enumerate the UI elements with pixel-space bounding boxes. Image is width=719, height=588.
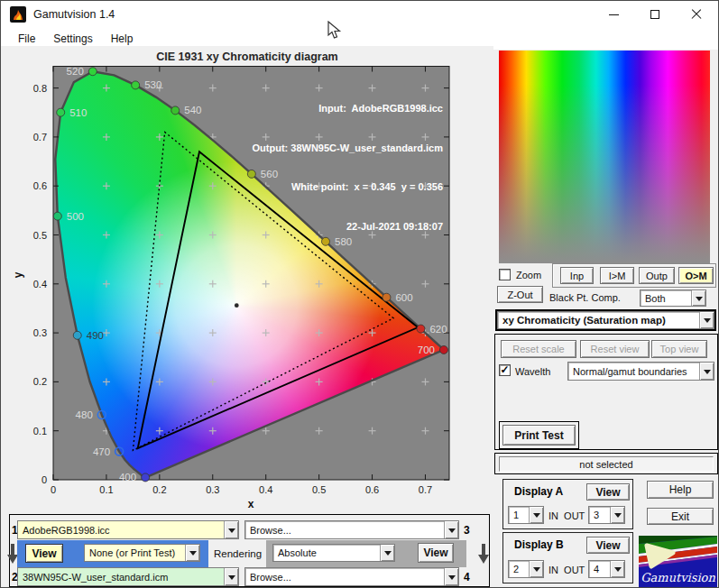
reset-view-button[interactable]: Reset view xyxy=(580,340,650,358)
minimize-button[interactable] xyxy=(593,1,634,28)
svg-text:0.7: 0.7 xyxy=(419,484,432,495)
display-b-inout-label: IN OUT xyxy=(548,565,585,575)
display-a-view-button[interactable]: View xyxy=(586,483,630,501)
svg-text:0.3: 0.3 xyxy=(33,327,47,338)
svg-text:0.6: 0.6 xyxy=(365,484,379,495)
annotation-input: Input: AdobeRGB1998.icc xyxy=(253,102,443,115)
map-select-frame: xy Chromaticity (Saturation map) xyxy=(495,309,716,331)
dropdown-arrow-icon[interactable] xyxy=(610,507,624,523)
wavelength-label-530: 530 xyxy=(144,79,161,90)
menu-file[interactable]: File xyxy=(9,30,44,48)
i-to-m-button[interactable]: I>M xyxy=(600,267,634,284)
svg-text:0.1: 0.1 xyxy=(99,484,113,495)
svg-text:0.2: 0.2 xyxy=(152,484,166,495)
input-view-button[interactable]: View xyxy=(25,544,63,563)
dropdown-arrow-icon[interactable] xyxy=(691,290,705,306)
wavelength-dot-510 xyxy=(57,108,65,116)
titlebar[interactable]: Gamutvision 1.4 xyxy=(1,1,718,28)
browse-input-select[interactable]: Browse... xyxy=(244,520,459,539)
dropdown-arrow-icon[interactable] xyxy=(224,521,238,538)
outp-button[interactable]: Outp xyxy=(639,267,675,284)
annotation-date: 22-Jul-2021 09:18:07 xyxy=(253,220,443,234)
wavelength-label-400: 400 xyxy=(119,472,136,482)
status-text: not selected xyxy=(579,459,632,470)
menu-settings[interactable]: Settings xyxy=(44,30,101,48)
mouse-cursor xyxy=(327,21,342,41)
input-profile-select[interactable]: AdobeRGB1998.icc xyxy=(17,520,239,539)
z-out-button[interactable]: Z-Out xyxy=(497,286,543,303)
svg-text:0: 0 xyxy=(41,474,47,485)
zoom-checkbox-label: Zoom xyxy=(516,270,541,280)
output-view-button[interactable]: View xyxy=(418,543,454,563)
chromaticity-figure: CIE 1931 xy Chromaticity diagram 00.10.2… xyxy=(1,46,493,510)
dropdown-arrow-icon[interactable] xyxy=(444,521,458,538)
slot4-number: 4 xyxy=(464,571,470,583)
dropdown-arrow-icon[interactable] xyxy=(699,363,714,380)
wavelength-label-480: 480 xyxy=(76,409,93,420)
app-window: Gamutvision 1.4 File Settings Help CIE 1… xyxy=(0,0,719,588)
dropdown-arrow-icon[interactable] xyxy=(610,561,624,577)
minimize-icon xyxy=(609,14,619,15)
print-test-button[interactable]: Print Test xyxy=(502,425,576,446)
display-b-out-select[interactable]: 4 xyxy=(588,560,625,578)
display-a-out-select[interactable]: 3 xyxy=(588,506,625,524)
close-button[interactable] xyxy=(676,1,717,28)
zoom-checkbox[interactable] xyxy=(499,269,511,280)
rendering-intent-select[interactable]: Absolute xyxy=(272,544,395,562)
saturation-map-image xyxy=(499,51,710,263)
dropdown-arrow-icon[interactable] xyxy=(185,545,199,561)
o-to-m-button[interactable]: O>M xyxy=(678,267,714,284)
browse-output-select[interactable]: Browse... xyxy=(244,567,459,586)
svg-text:0.8: 0.8 xyxy=(33,83,47,94)
printer-profile-select[interactable]: None (or Print Test) xyxy=(84,544,200,562)
inp-button[interactable]: Inp xyxy=(560,267,594,284)
wavelength-dot-530 xyxy=(132,81,140,89)
wavelength-label-700: 700 xyxy=(418,345,435,355)
reset-scale-button[interactable]: Reset scale xyxy=(501,340,576,358)
wavelength-label-520: 520 xyxy=(67,66,84,77)
down-arrow-icon xyxy=(477,542,490,565)
app-icon xyxy=(10,6,26,23)
dropdown-arrow-icon[interactable] xyxy=(529,507,543,523)
help-button[interactable]: Help xyxy=(647,481,714,499)
dropdown-arrow-icon[interactable] xyxy=(529,561,543,577)
svg-text:0: 0 xyxy=(51,484,56,495)
close-icon xyxy=(691,9,702,20)
menu-help[interactable]: Help xyxy=(102,30,143,48)
display-b-group: Display B View 2 IN OUT 4 xyxy=(502,532,633,583)
maximize-icon xyxy=(650,10,659,19)
svg-text:0.5: 0.5 xyxy=(33,230,47,241)
wavelength-dot-700 xyxy=(439,345,447,354)
wavelth-checkbox[interactable] xyxy=(499,364,511,376)
boundaries-select[interactable]: Normal/gamut boundaries xyxy=(567,362,714,381)
wavelength-dot-500 xyxy=(53,212,61,220)
wavelength-dot-620 xyxy=(417,325,425,333)
dropdown-arrow-icon[interactable] xyxy=(444,568,458,585)
x-axis-label: x xyxy=(1,498,501,510)
display-a-group: Display A View 1 IN OUT 3 xyxy=(502,479,633,529)
dropdown-arrow-icon[interactable] xyxy=(699,312,714,328)
display-a-in-select[interactable]: 1 xyxy=(508,506,544,524)
svg-text:0.4: 0.4 xyxy=(259,484,272,495)
window-title: Gamutvision 1.4 xyxy=(33,8,115,21)
wavelength-dot-490 xyxy=(73,331,81,339)
status-bar: not selected xyxy=(499,456,714,472)
wavelength-label-490: 490 xyxy=(87,330,104,341)
wavelength-label-540: 540 xyxy=(184,105,201,115)
exit-button[interactable]: Exit xyxy=(647,508,714,525)
display-b-in-select[interactable]: 2 xyxy=(508,560,544,578)
wavelength-dot-400 xyxy=(142,473,150,482)
output-profile-select[interactable]: 38WN95C-W_user_standard.icm xyxy=(17,567,239,586)
dropdown-arrow-icon[interactable] xyxy=(380,545,394,561)
maximize-button[interactable] xyxy=(634,1,676,28)
black-pt-comp-select[interactable]: Both xyxy=(640,289,706,307)
wavelth-checkbox-label: Wavelth xyxy=(515,366,550,377)
top-view-button[interactable]: Top view xyxy=(651,340,707,358)
annotation-output: Output: 38WN95C-W_user_standard.icm xyxy=(253,142,443,155)
white-point-dot xyxy=(235,303,239,308)
map-select[interactable]: xy Chromaticity (Saturation map) xyxy=(497,311,714,329)
dropdown-arrow-icon[interactable] xyxy=(224,568,238,585)
svg-text:0.3: 0.3 xyxy=(206,484,219,495)
display-b-view-button[interactable]: View xyxy=(586,537,630,554)
wavelength-label-510: 510 xyxy=(69,107,87,118)
